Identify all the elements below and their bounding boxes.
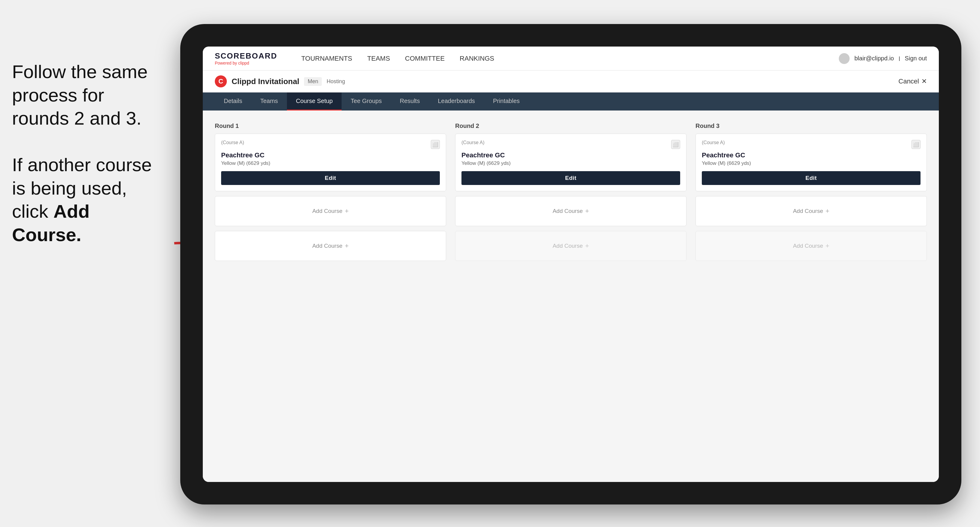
course-delete-button-2[interactable]: ⬜	[671, 140, 680, 149]
separator: |	[899, 56, 900, 61]
tab-printables[interactable]: Printables	[484, 92, 529, 111]
round-1-column: Round 1 (Course A) ⬜ Peachtree GC Yellow…	[215, 122, 446, 266]
nav-rankings[interactable]: RANKINGS	[460, 55, 494, 62]
nav-links: TOURNAMENTS TEAMS COMMITTEE RANKINGS	[301, 55, 821, 62]
sub-header: C Clippd Invitational Men Hosting Cancel…	[203, 71, 939, 92]
round-3-label: Round 3	[695, 122, 927, 129]
logo-area: SCOREBOARD Powered by clippd	[215, 51, 277, 65]
clippd-icon: C	[215, 75, 227, 87]
nav-right: blair@clippd.io | Sign out	[839, 53, 927, 64]
course-card-header-3: (Course A) ⬜	[702, 140, 921, 149]
logo-scoreboard: SCOREBOARD	[215, 51, 277, 61]
tablet-screen: SCOREBOARD Powered by clippd TOURNAMENTS…	[203, 46, 939, 482]
instruction-line1: Follow the same process for rounds 2 and…	[12, 61, 148, 129]
instruction-text: Follow the same process for rounds 2 and…	[0, 54, 174, 252]
round-2-label: Round 2	[455, 122, 686, 129]
round-1-add-course-2[interactable]: Add Course +	[215, 231, 446, 261]
round-3-add-course-2: Add Course +	[695, 231, 927, 261]
tab-tee-groups[interactable]: Tee Groups	[342, 92, 391, 111]
user-email: blair@clippd.io	[854, 55, 894, 62]
hosting-badge: Hosting	[326, 78, 345, 85]
course-card-header-2: (Course A) ⬜	[461, 140, 680, 149]
course-name-2: Peachtree GC	[461, 151, 680, 159]
round-2-add-course-1[interactable]: Add Course +	[455, 196, 686, 226]
round-3-add-course-1[interactable]: Add Course +	[695, 196, 927, 226]
course-delete-button-3[interactable]: ⬜	[912, 140, 921, 149]
nav-tournaments[interactable]: TOURNAMENTS	[301, 55, 352, 62]
round-2-add-course-2: Add Course +	[455, 231, 686, 261]
edit-course-button[interactable]: Edit	[221, 171, 440, 185]
nav-teams[interactable]: TEAMS	[367, 55, 390, 62]
nav-committee[interactable]: COMMITTEE	[405, 55, 445, 62]
content-area: Round 1 (Course A) ⬜ Peachtree GC Yellow…	[203, 111, 939, 482]
round-3-column: Round 3 (Course A) ⬜ Peachtree GC Yellow…	[695, 122, 927, 266]
tablet-device: SCOREBOARD Powered by clippd TOURNAMENTS…	[180, 24, 961, 505]
plus-icon: +	[345, 207, 349, 215]
edit-course-button-2[interactable]: Edit	[461, 171, 680, 185]
tournament-name: Clippd Invitational	[232, 77, 299, 86]
plus-icon-5: +	[826, 207, 829, 215]
tab-details[interactable]: Details	[215, 92, 251, 111]
course-name-3: Peachtree GC	[702, 151, 921, 159]
tab-leaderboards[interactable]: Leaderboards	[429, 92, 484, 111]
sign-out-link[interactable]: Sign out	[905, 55, 927, 62]
tab-course-setup[interactable]: Course Setup	[287, 92, 342, 111]
cancel-x-icon: ✕	[921, 78, 927, 85]
round-1-course-card: (Course A) ⬜ Peachtree GC Yellow (M) (66…	[215, 133, 446, 191]
course-name: Peachtree GC	[221, 151, 440, 159]
course-details-3: Yellow (M) (6629 yds)	[702, 160, 921, 167]
edit-course-button-3[interactable]: Edit	[702, 171, 921, 185]
top-nav: SCOREBOARD Powered by clippd TOURNAMENTS…	[203, 46, 939, 71]
tabs-bar: Details Teams Course Setup Tee Groups Re…	[203, 92, 939, 111]
tab-teams[interactable]: Teams	[251, 92, 287, 111]
round-2-column: Round 2 (Course A) ⬜ Peachtree GC Yellow…	[455, 122, 686, 266]
course-a-label-2: (Course A)	[461, 140, 484, 145]
round-3-course-card: (Course A) ⬜ Peachtree GC Yellow (M) (66…	[695, 133, 927, 191]
course-details-2: Yellow (M) (6629 yds)	[461, 160, 680, 167]
course-a-label: (Course A)	[221, 140, 244, 145]
course-card-header: (Course A) ⬜	[221, 140, 440, 149]
course-a-label-3: (Course A)	[702, 140, 725, 145]
round-1-label: Round 1	[215, 122, 446, 129]
cancel-button[interactable]: Cancel ✕	[899, 78, 927, 85]
round-1-add-course-1[interactable]: Add Course +	[215, 196, 446, 226]
rounds-grid: Round 1 (Course A) ⬜ Peachtree GC Yellow…	[215, 122, 927, 266]
logo-sub: Powered by clippd	[215, 61, 277, 65]
round-2-course-card: (Course A) ⬜ Peachtree GC Yellow (M) (66…	[455, 133, 686, 191]
course-details: Yellow (M) (6629 yds)	[221, 160, 440, 167]
plus-icon-3: +	[585, 207, 589, 215]
nav-avatar	[839, 53, 850, 64]
plus-icon-2: +	[345, 242, 349, 250]
plus-icon-4: +	[585, 242, 589, 250]
plus-icon-6: +	[826, 242, 829, 250]
tournament-gender: Men	[304, 77, 322, 86]
course-delete-button[interactable]: ⬜	[431, 140, 440, 149]
sub-header-left: C Clippd Invitational Men Hosting	[215, 75, 345, 87]
tab-results[interactable]: Results	[391, 92, 429, 111]
